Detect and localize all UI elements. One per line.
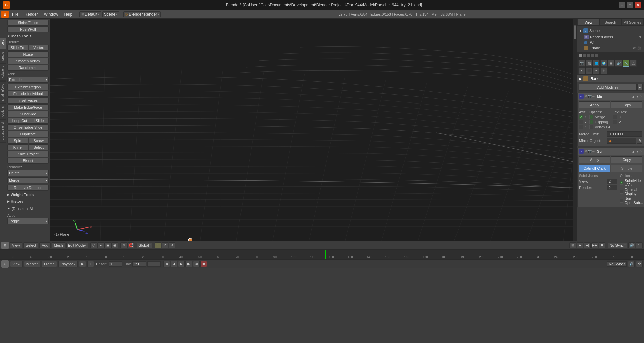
timeline-playback-btn[interactable]: Playback xyxy=(58,261,78,267)
inset-faces-btn[interactable]: Inset Faces xyxy=(7,97,49,104)
subdiv-eye-icon[interactable]: 👁 xyxy=(584,150,587,153)
axis-y-checkbox[interactable] xyxy=(579,120,583,124)
layer-dot-2[interactable] xyxy=(583,54,586,57)
timeline-audio-btn[interactable]: 🔊 xyxy=(628,261,635,267)
plane-item[interactable]: Plane 👁 🎥 xyxy=(579,45,643,51)
layer-btn-3[interactable]: 3 xyxy=(169,242,175,248)
viewport-icon-5[interactable]: ⏺ xyxy=(599,242,605,248)
simple-tab[interactable]: Simple xyxy=(611,165,643,172)
timeline-icon[interactable]: ⏱ xyxy=(1,260,9,268)
pause-btn[interactable]: ⏸ xyxy=(87,261,94,267)
close-button[interactable]: ✕ xyxy=(635,2,641,8)
make-edge-face-btn[interactable]: Make Edge/Face xyxy=(7,104,49,110)
plane-eye-icon[interactable]: 👁 xyxy=(633,46,636,50)
menu-render[interactable]: Render xyxy=(22,11,40,17)
viewport-icon-2[interactable]: ▶ xyxy=(577,242,583,248)
pivot-btn[interactable]: ⊙ xyxy=(120,242,127,248)
subdiv-edit-icon[interactable]: ✏ xyxy=(592,150,595,153)
world-item[interactable]: World xyxy=(579,40,643,45)
spin-btn[interactable]: Spin xyxy=(7,138,28,144)
next-frame-btn[interactable]: ▶ xyxy=(185,261,192,267)
tab-grease-pencil[interactable]: Grease Pencil xyxy=(0,119,6,143)
history-header[interactable]: ▶ History xyxy=(7,199,49,204)
screen-layout-selector[interactable]: ⊞ Default ▾ xyxy=(79,11,101,17)
loop-cut-btn[interactable]: Loop Cut and Slide xyxy=(7,118,49,124)
delete-dropdown-btn[interactable]: Delete ▾ xyxy=(7,170,49,176)
vertex-btn[interactable]: Vertex xyxy=(29,45,49,51)
use-opensub-checkbox[interactable] xyxy=(620,199,623,203)
duplicate-btn[interactable]: Duplicate xyxy=(7,131,49,137)
jump-start-btn[interactable]: ⏮ xyxy=(163,261,170,267)
merge-dropdown-btn[interactable]: Merge ▾ xyxy=(7,177,49,183)
render-subdiv-value[interactable]: 2 xyxy=(607,185,617,190)
viewport-icon-1[interactable]: ⊞ xyxy=(569,242,576,248)
viewport[interactable]: User Ortho xyxy=(50,19,577,241)
subdiv-camera-icon[interactable]: 📷 xyxy=(588,150,592,153)
tab-create[interactable]: Create xyxy=(0,50,6,63)
mirror-camera-icon[interactable]: 📷 xyxy=(588,95,592,98)
tab-shading-uvs[interactable]: Shading/UVs xyxy=(0,81,6,104)
menu-help[interactable]: Help xyxy=(61,11,75,17)
render-layers-settings-icon[interactable]: ⚙ xyxy=(638,35,641,39)
tab-tools[interactable]: Tools xyxy=(0,38,6,49)
end-frame-input[interactable] xyxy=(132,261,146,267)
add-menu-btn[interactable]: Add xyxy=(39,242,51,248)
mesh-tools-header[interactable]: ▼ Mesh Tools xyxy=(7,33,49,39)
subdiv-close-icon[interactable]: ✕ xyxy=(640,150,642,153)
prop-tab-world[interactable]: 🌍 xyxy=(600,60,607,67)
prop-tab-data[interactable]: △ xyxy=(630,60,637,67)
tab-options[interactable]: Options xyxy=(0,104,6,119)
sync-btn[interactable]: ⏱ xyxy=(636,242,643,248)
noise-btn[interactable]: Noise xyxy=(7,51,49,57)
vertex-gr-checkbox[interactable] xyxy=(589,125,593,129)
shading-texture-btn[interactable]: ▣ xyxy=(104,242,111,248)
play-fwd-btn[interactable]: ▶ xyxy=(178,261,185,267)
timeline-settings-btn[interactable]: ⚙ xyxy=(636,261,643,267)
viewport-icon-4[interactable]: ▶▶ xyxy=(591,242,598,248)
tab-relations[interactable]: Relations xyxy=(0,64,6,81)
renderer-selector[interactable]: ◎ Blender Render ▾ xyxy=(123,11,161,17)
add-modifier-arrow[interactable]: ▾ xyxy=(637,84,643,91)
menu-window[interactable]: Window xyxy=(41,11,61,17)
snap-btn[interactable]: 🧲 xyxy=(127,242,134,248)
current-frame-input[interactable] xyxy=(147,261,161,267)
transform-orientation-selector[interactable]: Global ▾ xyxy=(137,243,152,248)
slide-edge-btn[interactable]: Slide Ed xyxy=(7,45,28,51)
select-btn[interactable]: Select xyxy=(29,144,49,150)
shrink-flatten-btn[interactable]: Shrink/Fatten xyxy=(7,20,49,26)
prop-tab-material[interactable]: ● xyxy=(578,67,585,74)
shading-solid-btn[interactable]: ● xyxy=(97,242,104,248)
extrude-region-btn[interactable]: Extrude Region xyxy=(7,84,49,90)
catmull-clark-tab[interactable]: Catmull-Clark xyxy=(579,165,610,172)
viewport-icon-3[interactable]: ◀ xyxy=(584,242,591,248)
mesh-menu-btn[interactable]: Mesh xyxy=(52,242,65,248)
screw-btn[interactable]: Screw xyxy=(29,138,49,144)
mirror-eye-icon[interactable]: 👁 xyxy=(584,95,587,98)
mirror-up-icon[interactable]: ▲ xyxy=(632,95,635,98)
deselect-all[interactable]: ▼ (De)select All xyxy=(7,205,49,212)
axis-x-checkbox[interactable] xyxy=(579,115,583,119)
menu-file[interactable]: File xyxy=(9,11,21,17)
minimize-button[interactable]: ─ xyxy=(619,2,625,8)
timeline-marker-btn[interactable]: Marker xyxy=(24,261,40,267)
extrude-individual-btn[interactable]: Extrude Individual xyxy=(7,91,49,97)
prop-tab-physics[interactable]: ⚛ xyxy=(600,67,607,74)
subdiv-up-icon[interactable]: ▲ xyxy=(632,150,635,153)
prop-tab-render[interactable]: 🖼 xyxy=(586,60,592,67)
prop-tab-scene[interactable]: 🌐 xyxy=(593,60,600,67)
audio-btn[interactable]: 🔊 xyxy=(628,242,635,248)
layer-btn-2[interactable]: 2 xyxy=(162,242,168,248)
subdivide-btn[interactable]: Subdivide xyxy=(7,111,49,117)
view-menu-btn[interactable]: View xyxy=(10,242,22,248)
prop-tab-object[interactable]: ▣ xyxy=(608,60,614,67)
layer-dot-1[interactable] xyxy=(579,54,582,57)
mirror-edit-icon[interactable]: ✏ xyxy=(592,95,595,98)
smooth-vertex-btn[interactable]: Smooth Vertex xyxy=(7,58,49,64)
blender-icon[interactable]: B xyxy=(1,11,9,18)
record-btn[interactable]: ⏺ xyxy=(200,261,207,267)
offset-edge-btn[interactable]: Offset Edge Slide xyxy=(7,124,49,130)
shading-render-btn[interactable]: ◉ xyxy=(111,242,118,248)
bisect-btn[interactable]: Bisect xyxy=(7,158,49,164)
subdiv-copy-btn[interactable]: Copy xyxy=(611,156,643,163)
prev-frame-btn[interactable]: ◀ xyxy=(171,261,177,267)
